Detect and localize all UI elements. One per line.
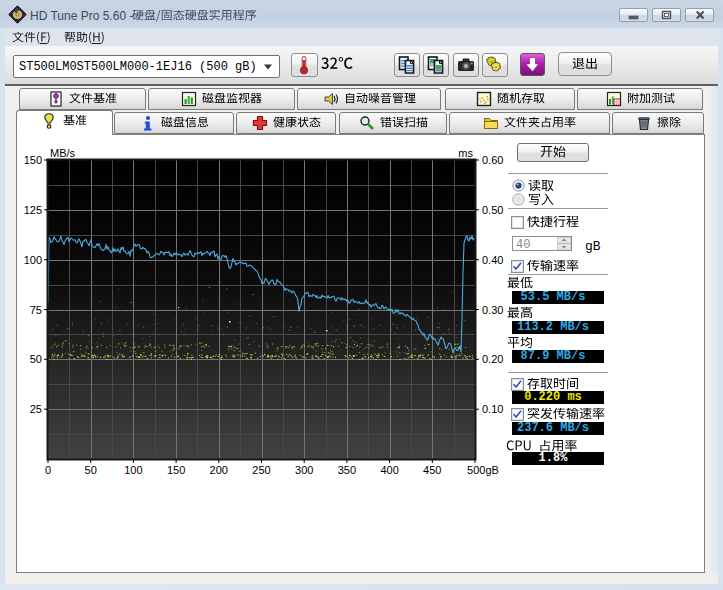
svg-text:100: 100 — [24, 254, 42, 266]
svg-text:25: 25 — [30, 403, 42, 415]
svg-text:0.60: 0.60 — [482, 154, 503, 166]
svg-text:250: 250 — [252, 464, 270, 476]
svg-text:MB/s: MB/s — [50, 147, 76, 159]
svg-text:ms: ms — [458, 147, 473, 159]
svg-text:150: 150 — [167, 464, 185, 476]
svg-text:0.10: 0.10 — [482, 403, 503, 415]
svg-text:150: 150 — [24, 154, 42, 166]
svg-text:50: 50 — [85, 464, 97, 476]
svg-text:0: 0 — [45, 464, 51, 476]
svg-text:200: 200 — [210, 464, 228, 476]
svg-text:0.40: 0.40 — [482, 254, 503, 266]
svg-text:500gB: 500gB — [467, 464, 499, 476]
svg-text:0.50: 0.50 — [482, 204, 503, 216]
svg-text:300: 300 — [295, 464, 313, 476]
svg-text:0.30: 0.30 — [482, 304, 503, 316]
svg-text:100: 100 — [124, 464, 142, 476]
svg-text:450: 450 — [423, 464, 441, 476]
svg-text:125: 125 — [24, 204, 42, 216]
svg-text:50: 50 — [30, 353, 42, 365]
svg-text:0.20: 0.20 — [482, 353, 503, 365]
svg-text:400: 400 — [380, 464, 398, 476]
svg-text:75: 75 — [30, 304, 42, 316]
svg-text:350: 350 — [338, 464, 356, 476]
